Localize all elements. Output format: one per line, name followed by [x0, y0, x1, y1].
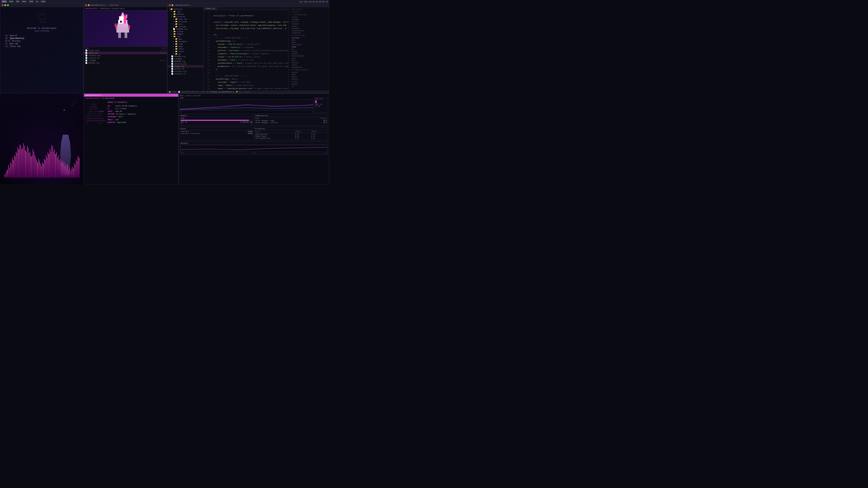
neo-panel: emmet@snowfire:~ − □ × emmet@snowfire:~$…: [84, 94, 178, 184]
outline-term[interactable]: term: [288, 57, 329, 59]
tree-work[interactable]: ▸ 📁 work: [167, 23, 204, 25]
code-view[interactable]: 12345 678910 1112131415 1617181920 21222…: [204, 10, 288, 91]
outline-grubdevice[interactable]: grubDevice: [288, 32, 329, 34]
tree-shell[interactable]: ▸ 📁 shell: [167, 48, 204, 50]
code-content: description = "Flake of LibrePhoenix"; o…: [211, 10, 288, 91]
viz-bar: [18, 147, 18, 177]
qutebrowser-window: ╔══╗ ╔══╗ ║ ╚══╝ ║ ║ . . ║ ║ ( )║ ╚═════…: [0, 3, 84, 94]
tree-desktop[interactable]: 📄 desktop.png: [167, 63, 204, 65]
svg-rect-8: [125, 14, 127, 18]
viz-bar: [12, 158, 12, 177]
outline-username[interactable]: username: [288, 37, 329, 39]
tag-tech[interactable]: Tech: [1, 0, 7, 3]
tree-wm[interactable]: ▸ 📁 wm: [167, 53, 204, 55]
outline-hostname[interactable]: hostname: [288, 18, 329, 21]
viz-bar: [4, 175, 5, 177]
outline-profile[interactable]: profile: [288, 21, 329, 23]
outline-bootmountpath[interactable]: bootMountPath: [288, 30, 329, 32]
outline-bootmode[interactable]: bootMode: [288, 27, 329, 30]
qb-menu-newtab[interactable]: [t] New tab: [5, 43, 79, 45]
tree-patches[interactable]: ▸ 📁 patches: [167, 13, 204, 15]
outline-email[interactable]: email: [288, 41, 329, 43]
tree-flakenix[interactable]: 📄 flake.nix: [167, 65, 204, 68]
fm-file-installorg[interactable]: 📄 install.org: [84, 54, 167, 57]
viz-bars: [4, 141, 79, 177]
outline-nix-system[interactable]: system: [288, 71, 329, 73]
outline-browser[interactable]: browser: [288, 53, 329, 55]
qb-menu-search[interactable]: [o] Search: [5, 35, 79, 37]
disks-box: Disks /dev/dm-0 / 564GB /dev/dm-0 /nix/s…: [180, 127, 253, 140]
max-btn[interactable]: [7, 4, 9, 6]
net-labels: 56.018.50.0: [181, 152, 327, 154]
fm-file-license[interactable]: 📄 LICENSE 34.2 K: [84, 59, 167, 62]
tree-themes[interactable]: ▸ 📁 themes: [167, 33, 204, 35]
editor-close-btn[interactable]: [169, 4, 170, 6]
fm-file-flakenix[interactable]: 📄 flake.nix 2.26 K: [84, 52, 167, 54]
tree-style[interactable]: ▸ 📁 style: [167, 50, 204, 53]
tree-app[interactable]: ▸ 📁 app: [167, 38, 204, 40]
neofetch-window: emmet@snowfire:~ − □ × emmet@snowfire:~$…: [84, 94, 179, 184]
outline-name[interactable]: name: [288, 39, 329, 41]
outline-wm[interactable]: wm: [288, 48, 329, 51]
outline-font[interactable]: font: [288, 59, 329, 62]
neo-desktop-row: DESKTOP: hyprland: [107, 121, 177, 124]
outline-nix-editor[interactable]: editor: [288, 76, 329, 78]
viz-bar: [41, 166, 41, 177]
sysmon-panel: CPU: 1.53 1.14 0.78 100% 60s0% CPU: [179, 94, 329, 184]
outline-nix-name[interactable]: name: [288, 73, 329, 76]
outline-spawneditor[interactable]: spawnEditor: [288, 66, 329, 68]
fm-file-readmeorg[interactable]: 📄 README.org: [84, 62, 167, 64]
tree-system[interactable]: ▸ 📁 system: [167, 30, 204, 33]
fm-file-flakelock[interactable]: 📄 flake.lock 27.5 K: [84, 49, 167, 52]
tree-readme2[interactable]: 📄 README.org: [167, 55, 204, 58]
tree-profiles[interactable]: ▾ 📁 profiles: [167, 15, 204, 18]
editor-filetree: ▾ 📁 .dotfiles ▸ 📁 .git ▸ 📁 patches ▾ 📁 p…: [167, 7, 204, 91]
temp-header: NameTemp(C): [255, 118, 327, 119]
qb-menu-history[interactable]: [$ h] History: [5, 40, 79, 42]
tree-root[interactable]: ▾ 📁 .dotfiles: [167, 8, 204, 10]
editor-tabs: flake.nix: [204, 7, 288, 10]
outline-pkgs-system[interactable]: system: [288, 83, 329, 85]
tree-readmeorg[interactable]: 📄 README.org: [167, 60, 204, 63]
fm-file-installsh[interactable]: 📄 install.sh: [84, 57, 167, 59]
tree-hardware[interactable]: ▸ 📁 hardware: [167, 40, 204, 43]
tree-license[interactable]: 📄 LICENSE: [167, 58, 204, 60]
tree-homelab[interactable]: ▸ 📁 home lab: [167, 18, 204, 20]
fm-min-btn[interactable]: [88, 4, 90, 6]
close-btn[interactable]: [2, 4, 3, 6]
tree-installorg[interactable]: 📄 install.org: [167, 70, 204, 72]
outline-editor[interactable]: editor: [288, 64, 329, 66]
viz-bar: [59, 160, 59, 177]
viz-bar: [77, 161, 77, 177]
viz-bar: [28, 148, 29, 177]
tree-git[interactable]: ▸ 📁 .git: [167, 10, 204, 13]
tree-readme1[interactable]: 📄 README.org: [167, 28, 204, 30]
outline-timezone[interactable]: timezone: [288, 23, 329, 25]
temps-box: Temperatures NameTemp(C) card0 (amdgpu):…: [254, 113, 328, 126]
outline-defaultroamdir[interactable]: defaultRoamDir: [288, 55, 329, 57]
fm-close-btn[interactable]: [85, 4, 87, 6]
outline-dotfilesdir[interactable]: dotfilesDir: [288, 43, 329, 46]
viz-bar: [64, 162, 64, 177]
outline-theme[interactable]: theme: [288, 46, 329, 48]
outline-system[interactable]: system: [288, 16, 329, 18]
tab-flakenix[interactable]: flake.nix: [204, 7, 217, 10]
tree-hardensh[interactable]: 📄 harden.sh: [167, 68, 204, 70]
outline-wmtype[interactable]: wmType: [288, 51, 329, 53]
tree-worklab[interactable]: ▸ 📁 worklab: [167, 25, 204, 28]
viz-bar: [7, 170, 8, 177]
qb-menu-quickmarks[interactable]: [b] [Quickmarks]: [5, 37, 79, 39]
qb-menu-close[interactable]: [x] Close tab: [5, 45, 79, 48]
outline-nix-patches[interactable]: patches: [288, 78, 329, 80]
outline-pkgs-src[interactable]: src: [288, 85, 329, 88]
tree-personal[interactable]: ▸ 📁 personal: [167, 20, 204, 23]
tree-user[interactable]: ▾ 📁 user: [167, 35, 204, 38]
proc-pipewire: 3150 pipewire-pu 0.15 0.1s: [255, 137, 327, 139]
tree-pkgs[interactable]: ▸ 📁 pkgs: [167, 45, 204, 48]
tree-installsh[interactable]: 📄 install.sh: [167, 72, 204, 75]
outline-fontpkg[interactable]: fontPkg: [288, 62, 329, 64]
editor-min-btn[interactable]: [172, 4, 174, 6]
min-btn[interactable]: [4, 4, 6, 6]
tree-lang[interactable]: ▸ 📁 lang: [167, 43, 204, 45]
outline-locale[interactable]: locale: [288, 25, 329, 27]
